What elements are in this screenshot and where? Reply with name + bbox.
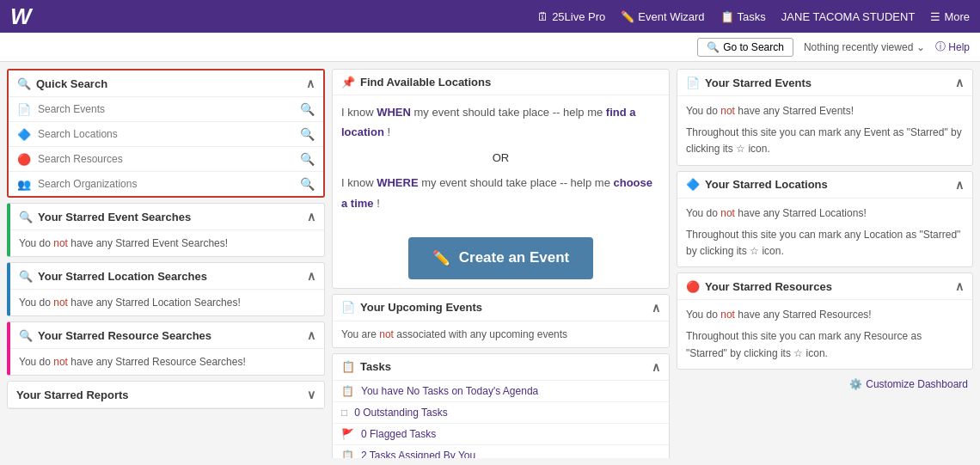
star-icon: ☆	[793, 347, 803, 359]
search-events-button[interactable]: 🔍	[300, 102, 315, 116]
dropdown-icon: ⌄	[916, 41, 925, 53]
uw-logo: W	[10, 3, 32, 30]
upcoming-events-icon: 📄	[341, 301, 355, 314]
edit-icon: ✏️	[621, 10, 634, 23]
create-event-button[interactable]: ✏️ Create an Event	[408, 237, 594, 279]
starred-locations-header: 🔷 Your Starred Locations ∧	[677, 172, 972, 199]
main-content: 🔍 Quick Search ∧ 📄 🔍 🔷 🔍 🔴 🔍	[0, 62, 980, 465]
upcoming-events-card: 📄 Your Upcoming Events ∧ You are not ass…	[332, 294, 670, 348]
starred-event-searches-header: 🔍 Your Starred Event Searches ∧	[10, 204, 324, 230]
search-locations-input[interactable]	[38, 128, 293, 140]
top-navigation: W 🗓 25Live Pro ✏️ Event Wizard 📋 Tasks J…	[0, 0, 980, 33]
help-link[interactable]: ⓘ Help	[935, 40, 970, 54]
starred-resources-header: 🔴 Your Starred Resources ∧	[677, 273, 972, 300]
starred-reports-chevron[interactable]: ∨	[307, 388, 315, 401]
search-icon: 🔍	[707, 41, 720, 53]
task-outstanding-link[interactable]: 0 Outstanding Tasks	[354, 407, 448, 419]
customize-row: ⚙️ Customize Dashboard	[677, 375, 973, 394]
search-resources-input[interactable]	[38, 153, 293, 165]
right-column: 📄 Your Starred Events ∧ You do not have …	[677, 69, 973, 458]
task-outstanding: □ 0 Outstanding Tasks	[333, 402, 669, 424]
resource-diamond-icon: 🔴	[17, 153, 31, 166]
tasks-icon: 📋	[720, 10, 734, 23]
search-organizations-button[interactable]: 🔍	[300, 177, 315, 191]
task-assigned: 📋 2 Tasks Assigned By You	[333, 445, 669, 458]
search-organizations-input[interactable]	[38, 178, 293, 190]
starred-resource-searches-chevron[interactable]: ∧	[307, 328, 315, 342]
task-today-link[interactable]: You have No Tasks on Today's Agenda	[361, 385, 538, 397]
search-icon: 🔍	[19, 270, 33, 283]
search-icon: 🔍	[17, 77, 31, 90]
starred-events-card: 📄 Your Starred Events ∧ You do not have …	[677, 69, 973, 166]
starred-reports-header: Your Starred Reports ∨	[8, 382, 324, 408]
starred-locations-body: You do not have any Starred Locations! T…	[677, 199, 972, 267]
upcoming-events-body: You are not associated with any upcoming…	[333, 321, 669, 347]
starred-resource-searches-card: 🔍 Your Starred Resource Searches ∧ You d…	[7, 321, 325, 376]
gear-icon: ⚙️	[849, 378, 862, 390]
quick-search-header: 🔍 Quick Search ∧	[9, 70, 323, 97]
middle-column: 📌 Find Available Locations I know WHEN m…	[332, 69, 670, 458]
starred-resources-body: You do not have any Starred Resources! T…	[677, 300, 972, 369]
second-bar: 🔍 Go to Search Nothing recently viewed ⌄…	[0, 33, 980, 62]
task-outstanding-icon: □	[341, 407, 347, 419]
starred-locations-chevron[interactable]: ∧	[955, 178, 964, 192]
quick-search-chevron[interactable]: ∧	[306, 76, 315, 90]
starred-event-searches-card: 🔍 Your Starred Event Searches ∧ You do n…	[7, 203, 325, 257]
nav-25live-pro[interactable]: 🗓 25Live Pro	[537, 10, 605, 23]
search-resources-button[interactable]: 🔍	[300, 152, 315, 166]
starred-resource-searches-body: You do not have any Starred Resource Sea…	[10, 349, 324, 375]
left-column: 🔍 Quick Search ∧ 📄 🔍 🔷 🔍 🔴 🔍	[7, 69, 325, 458]
search-icon: 🔍	[19, 329, 33, 342]
calendar-icon: 🗓	[537, 10, 548, 23]
customize-dashboard-link[interactable]: ⚙️ Customize Dashboard	[849, 378, 968, 390]
nav-user[interactable]: JANE TACOMA STUDENT	[781, 10, 916, 23]
go-to-search-button[interactable]: 🔍 Go to Search	[697, 38, 793, 57]
nav-event-wizard[interactable]: ✏️ Event Wizard	[621, 10, 704, 23]
location-gem-icon: 🔷	[17, 128, 31, 141]
starred-events-header: 📄 Your Starred Events ∧	[677, 70, 972, 96]
search-locations-row: 🔷 🔍	[9, 122, 323, 147]
where-link[interactable]: WHERE	[377, 176, 418, 189]
search-events-input[interactable]	[38, 103, 293, 115]
task-assigned-link[interactable]: 2 Tasks Assigned By You	[361, 450, 475, 458]
tasks-chevron[interactable]: ∧	[652, 360, 660, 374]
menu-icon: ☰	[930, 10, 940, 23]
find-locations-body: I know WHEN my event should take place -…	[333, 95, 669, 223]
starred-resource-searches-header: 🔍 Your Starred Resource Searches ∧	[10, 322, 324, 349]
find-locations-header: 📌 Find Available Locations	[333, 70, 669, 95]
search-resources-row: 🔴 🔍	[9, 147, 323, 172]
starred-location-searches-chevron[interactable]: ∧	[307, 269, 315, 283]
starred-events-icon: 📄	[686, 76, 700, 89]
starred-location-searches-body: You do not have any Starred Location Sea…	[10, 290, 324, 315]
location-pin-icon: 📌	[341, 76, 355, 89]
starred-resources-chevron[interactable]: ∧	[955, 279, 964, 293]
pencil-icon: ✏️	[432, 249, 450, 267]
starred-location-searches-header: 🔍 Your Starred Location Searches ∧	[10, 263, 324, 290]
upcoming-events-chevron[interactable]: ∧	[652, 301, 660, 315]
starred-resources-icon: 🔴	[686, 280, 700, 293]
starred-events-body: You do not have any Starred Events! Thro…	[677, 96, 972, 165]
quick-search-card: 🔍 Quick Search ∧ 📄 🔍 🔷 🔍 🔴 🔍	[7, 69, 325, 198]
task-flagged-icon: 🚩	[341, 428, 354, 440]
starred-reports-card: Your Starred Reports ∨	[7, 381, 325, 409]
upcoming-events-header: 📄 Your Upcoming Events ∧	[333, 295, 669, 321]
nav-more[interactable]: ☰ More	[930, 10, 970, 23]
tasks-card-icon: 📋	[341, 360, 355, 373]
task-flagged-link[interactable]: 0 Flagged Tasks	[361, 428, 436, 440]
search-locations-button[interactable]: 🔍	[300, 127, 315, 141]
starred-event-searches-chevron[interactable]: ∧	[307, 210, 315, 223]
recently-viewed: Nothing recently viewed ⌄	[804, 41, 925, 53]
nav-tasks[interactable]: 📋 Tasks	[720, 10, 766, 23]
search-events-row: 📄 🔍	[9, 97, 323, 122]
when-link[interactable]: WHEN	[377, 106, 411, 119]
starred-locations-icon: 🔷	[686, 178, 700, 191]
starred-events-chevron[interactable]: ∧	[955, 76, 964, 89]
task-today-icon: 📋	[341, 385, 354, 397]
star-icon: ☆	[750, 245, 759, 257]
starred-resources-card: 🔴 Your Starred Resources ∧ You do not ha…	[677, 272, 973, 370]
organizations-icon: 👥	[17, 178, 31, 191]
starred-event-searches-body: You do not have any Starred Event Search…	[10, 230, 324, 256]
task-flagged: 🚩 0 Flagged Tasks	[333, 424, 669, 445]
help-circle-icon: ⓘ	[935, 40, 946, 54]
search-organizations-row: 👥 🔍	[9, 172, 323, 196]
